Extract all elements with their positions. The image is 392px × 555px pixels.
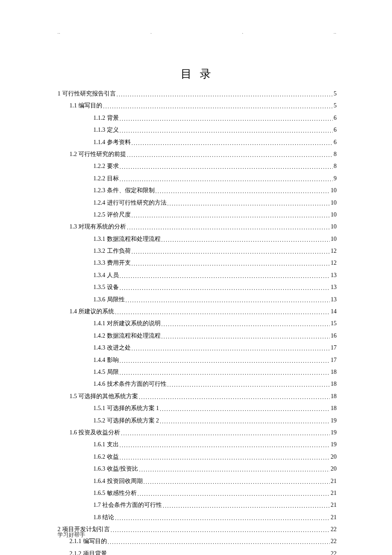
toc-entry-text: 1.6.5 敏感性分析 bbox=[93, 489, 137, 498]
toc-entry: 1.2.2 目标9 bbox=[58, 174, 337, 183]
toc-entry: 1.3.2 工作负荷12 bbox=[58, 246, 337, 256]
toc-entry-text: 1.2.5 评价尺度 bbox=[93, 210, 131, 220]
toc-entry-text: 1 可行性研究报告引言 bbox=[58, 89, 116, 98]
toc-entry-text: 1.4.2 数据流程和处理流程 bbox=[93, 331, 161, 341]
toc-entry-text: 1.3.3 费用开支 bbox=[93, 258, 131, 268]
toc-entry: 1.4 所建议的系统14 bbox=[58, 307, 337, 316]
page-footer: 学习好帮手 bbox=[58, 531, 85, 539]
toc-leader-dots bbox=[120, 441, 330, 450]
table-of-contents: 1 可行性研究报告引言51.1 编写目的51.1.2 背景61.1.3 定义61… bbox=[58, 89, 337, 555]
toc-leader-dots bbox=[144, 478, 330, 487]
document-page: .. . . .. 目 录 1 可行性研究报告引言51.1 编写目的51.1.2… bbox=[0, 0, 392, 555]
toc-entry-text: 1.4.5 局限 bbox=[93, 367, 119, 377]
marker-right: .. bbox=[334, 30, 337, 35]
toc-entry-text: 1.1.3 定义 bbox=[93, 125, 119, 135]
toc-entry-text: 1.5.2 可选择的系统方案 2 bbox=[93, 416, 159, 425]
toc-entry-text: 1.3.5 设备 bbox=[93, 283, 119, 292]
toc-leader-dots bbox=[120, 115, 333, 124]
toc-leader-dots bbox=[120, 175, 333, 184]
toc-entry-text: 1.4.4 影响 bbox=[93, 356, 119, 365]
toc-entry: 2 项目开发计划引言22 bbox=[58, 525, 337, 534]
toc-leader-dots bbox=[132, 344, 330, 353]
toc-entry-page: 20 bbox=[331, 452, 337, 462]
toc-entry: 1.2.2 要求8 bbox=[58, 162, 337, 171]
toc-leader-dots bbox=[163, 502, 330, 511]
toc-entry: 1.7 社会条件方面的可行性21 bbox=[58, 500, 337, 510]
toc-leader-dots bbox=[139, 393, 330, 402]
toc-entry: 1.3.5 设备13 bbox=[58, 283, 337, 292]
toc-entry-page: 17 bbox=[331, 356, 337, 365]
toc-entry: 1.2.4 进行可行性研究的方法10 bbox=[58, 198, 337, 208]
toc-entry-text: 2.1.2 项目背景 bbox=[69, 549, 107, 555]
toc-entry-page: 18 bbox=[331, 367, 337, 377]
toc-entry-page: 6 bbox=[334, 113, 337, 123]
toc-entry-page: 21 bbox=[331, 513, 337, 522]
toc-entry-text: 1.6 投资及收益分析 bbox=[69, 428, 120, 437]
toc-leader-dots bbox=[120, 454, 330, 462]
toc-entry-text: 1.1.2 背景 bbox=[93, 113, 119, 123]
toc-entry-text: 1.1.4 参考资料 bbox=[93, 138, 131, 147]
toc-entry-text: 1.8 结论 bbox=[93, 513, 114, 522]
toc-entry: 1.4.3 改进之处17 bbox=[58, 343, 337, 353]
toc-leader-dots bbox=[161, 236, 330, 245]
toc-entry-text: 1.4.6 技术条件方面的可行性 bbox=[93, 379, 167, 389]
toc-entry: 1.8 结论21 bbox=[58, 513, 337, 522]
toc-leader-dots bbox=[126, 296, 330, 305]
marker-midright: . bbox=[242, 30, 244, 35]
toc-entry-text: 1.3.4 人员 bbox=[93, 271, 119, 280]
toc-entry-text: 1.3.2 工作负荷 bbox=[93, 246, 131, 256]
toc-entry-page: 10 bbox=[331, 222, 337, 231]
toc-leader-dots bbox=[139, 465, 330, 474]
toc-entry-page: 10 bbox=[331, 186, 337, 195]
toc-entry-page: 22 bbox=[331, 525, 337, 534]
toc-entry: 1.6 投资及收益分析19 bbox=[58, 428, 337, 437]
toc-entry-page: 19 bbox=[331, 440, 337, 449]
toc-entry: 1.4.4 影响17 bbox=[58, 356, 337, 365]
toc-entry: 1.1.3 定义6 bbox=[58, 125, 337, 135]
toc-leader-dots bbox=[108, 550, 330, 555]
toc-entry: 1.1.2 背景6 bbox=[58, 113, 337, 123]
toc-entry-page: 10 bbox=[331, 210, 337, 220]
marker-midleft: . bbox=[150, 30, 152, 35]
toc-entry-page: 21 bbox=[331, 477, 337, 486]
toc-entry-page: 19 bbox=[331, 428, 337, 437]
toc-entry: 1.5.2 可选择的系统方案 219 bbox=[58, 416, 337, 425]
toc-entry: 1.3 对现有系统的分析10 bbox=[58, 222, 337, 231]
toc-leader-dots bbox=[127, 223, 330, 232]
toc-entry: 1.6.1 支出19 bbox=[58, 440, 337, 449]
toc-entry-page: 21 bbox=[331, 500, 337, 510]
toc-leader-dots bbox=[111, 526, 330, 535]
toc-leader-dots bbox=[156, 187, 330, 196]
toc-leader-dots bbox=[160, 405, 330, 414]
toc-entry-page: 16 bbox=[331, 331, 337, 341]
toc-entry: 1.2.5 评价尺度10 bbox=[58, 210, 337, 220]
toc-leader-dots bbox=[120, 284, 330, 293]
toc-leader-dots bbox=[115, 514, 330, 523]
toc-entry-text: 1.2.2 目标 bbox=[93, 174, 119, 183]
toc-entry: 1.4.5 局限18 bbox=[58, 367, 337, 377]
toc-entry: 1.4.6 技术条件方面的可行性18 bbox=[58, 379, 337, 389]
toc-leader-dots bbox=[161, 332, 330, 341]
toc-leader-dots bbox=[132, 139, 333, 148]
toc-entry-page: 20 bbox=[331, 464, 337, 474]
toc-entry: 1.4.1 对所建议系统的说明15 bbox=[58, 319, 337, 328]
toc-entry-text: 1.4.3 改进之处 bbox=[93, 343, 131, 353]
toc-leader-dots bbox=[120, 357, 330, 366]
toc-leader-dots bbox=[120, 369, 330, 378]
header-markers: .. . . .. bbox=[58, 30, 337, 35]
toc-entry-page: 22 bbox=[331, 537, 337, 546]
toc-leader-dots bbox=[132, 260, 330, 269]
toc-entry-page: 5 bbox=[334, 89, 337, 98]
toc-entry-page: 12 bbox=[331, 246, 337, 256]
marker-left: .. bbox=[58, 30, 61, 35]
toc-entry: 1.5 可选择的其他系统方案18 bbox=[58, 392, 337, 401]
toc-leader-dots bbox=[115, 308, 330, 317]
toc-entry-page: 21 bbox=[331, 489, 337, 498]
toc-leader-dots bbox=[132, 248, 330, 257]
toc-leader-dots bbox=[121, 429, 330, 438]
toc-entry-page: 12 bbox=[331, 258, 337, 268]
toc-leader-dots bbox=[132, 211, 330, 220]
toc-entry-page: 6 bbox=[334, 138, 337, 147]
toc-entry-page: 13 bbox=[331, 295, 337, 304]
toc-entry: 1.2.3 条件、假定和限制10 bbox=[58, 186, 337, 195]
